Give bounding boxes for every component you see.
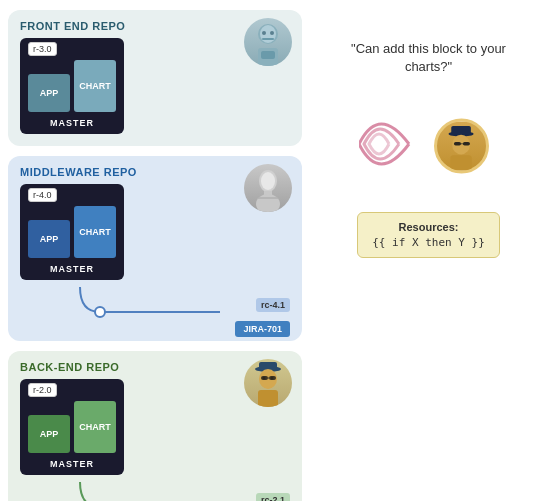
quote-text: "Can add this block to your charts?": [351, 41, 506, 74]
svg-point-2: [262, 31, 266, 35]
svg-point-12: [95, 307, 105, 317]
middleware-blocks: APP CHART: [28, 206, 116, 258]
frontend-app-block: APP: [28, 74, 70, 112]
middleware-jira-container: JIRA-701: [235, 318, 290, 337]
svg-point-8: [261, 172, 275, 190]
svg-point-3: [270, 31, 274, 35]
right-person-avatar: [434, 119, 489, 174]
resources-code: {{ if X then Y }}: [372, 236, 485, 249]
middleware-master-label: MASTER: [28, 264, 116, 274]
middleware-app-block: APP: [28, 220, 70, 258]
backend-app-block: APP: [28, 415, 70, 453]
svg-rect-27: [462, 142, 469, 146]
backend-branch-svg: [20, 477, 280, 501]
backend-avatar: [244, 359, 292, 407]
backend-repo-card: BACK-END REPO: [8, 351, 302, 501]
svg-rect-24: [451, 126, 471, 135]
middleware-version: r-4.0: [28, 188, 57, 202]
middleware-branch: rc-4.1 JIRA-701: [20, 282, 290, 337]
svg-rect-4: [262, 38, 274, 40]
backend-chart-block: CHART: [74, 401, 116, 453]
middleware-repo-card: MIDDLEWARE REPO r-4.0: [8, 156, 302, 341]
backend-rc-tag: rc-2.1: [256, 493, 290, 501]
svg-rect-14: [259, 362, 277, 370]
middleware-jira-tag: JIRA-701: [235, 321, 290, 337]
svg-rect-29: [450, 156, 471, 171]
svg-point-10: [256, 194, 280, 212]
wifi-rings: [359, 104, 439, 188]
svg-rect-19: [269, 376, 276, 380]
svg-rect-6: [261, 51, 275, 59]
svg-rect-26: [453, 142, 460, 146]
backend-master-label: MASTER: [28, 459, 116, 469]
svg-rect-18: [261, 376, 268, 380]
frontend-avatar: [244, 18, 292, 66]
backend-blocks: APP CHART: [28, 401, 116, 453]
frontend-version: r-3.0: [28, 42, 57, 56]
frontend-repo-card: FRONT END REPO r-3.0: [8, 10, 302, 146]
middleware-avatar: [244, 164, 292, 212]
right-column: "Can add this block to your charts?": [310, 0, 547, 501]
left-column: FRONT END REPO r-3.0: [0, 0, 310, 501]
middleware-chart-block: CHART: [74, 206, 116, 258]
middleware-master-box: r-4.0 APP CHART MASTER: [20, 184, 124, 280]
backend-master-box: r-2.0 APP CHART MASTER: [20, 379, 124, 475]
frontend-master-label: MASTER: [28, 118, 116, 128]
resources-title: Resources:: [372, 221, 485, 233]
frontend-master-box: r-3.0 APP CHART MASTER: [20, 38, 124, 134]
backend-branch: rc-2.1 JIRA-695: [20, 477, 290, 501]
middleware-rc-tag: rc-4.1: [256, 298, 290, 312]
frontend-chart-block: CHART: [74, 60, 116, 112]
speech-quote: "Can add this block to your charts?": [349, 40, 509, 76]
backend-version: r-2.0: [28, 383, 57, 397]
frontend-blocks: APP CHART: [28, 60, 116, 112]
svg-rect-21: [258, 390, 278, 407]
main-container: FRONT END REPO r-3.0: [0, 0, 547, 501]
wifi-avatar-section: [359, 96, 499, 196]
resources-box: Resources: {{ if X then Y }}: [357, 212, 500, 258]
